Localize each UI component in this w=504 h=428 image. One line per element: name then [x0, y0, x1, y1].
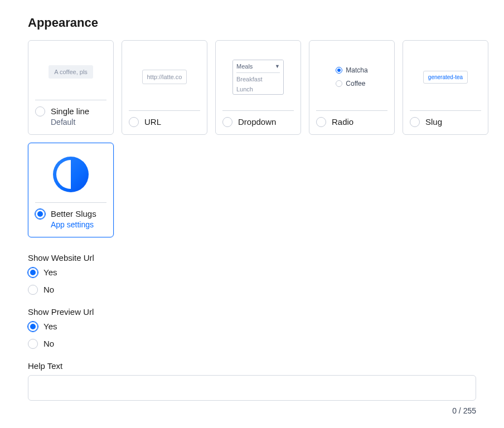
- card-divider: [316, 110, 387, 111]
- option-yes[interactable]: Yes: [28, 267, 476, 278]
- radio-unselected-icon[interactable]: [222, 117, 232, 127]
- radio-unselected-icon[interactable]: [316, 117, 326, 127]
- preview-input-chip: A coffee, pls: [49, 65, 93, 79]
- option-label: No: [43, 339, 54, 348]
- setting-group-preview-url: Show Preview Url Yes No: [28, 307, 476, 349]
- preview-dropdown-option: Lunch: [233, 84, 283, 94]
- card-preview: [35, 149, 106, 201]
- card-label: URL: [144, 116, 161, 128]
- card-preview: Matcha Coffee: [316, 46, 387, 109]
- app-logo-icon: [53, 157, 89, 192]
- preview-radio-option: Coffee: [346, 80, 365, 87]
- appearance-card-single-line[interactable]: A coffee, pls Single line Default: [28, 40, 114, 135]
- appearance-card-radio[interactable]: Matcha Coffee Radio: [309, 40, 395, 135]
- card-preview: A coffee, pls: [35, 46, 106, 99]
- preview-slug-box: generated-tea: [423, 71, 468, 84]
- card-sublabel: Default: [51, 117, 89, 128]
- option-label: Yes: [43, 322, 57, 331]
- option-no[interactable]: No: [28, 284, 476, 295]
- radio-unselected-icon: [28, 339, 38, 349]
- appearance-card-grid: A coffee, pls Single line Default http:/…: [28, 40, 476, 135]
- card-divider: [222, 110, 294, 111]
- card-label: Single line: [51, 106, 89, 117]
- app-settings-link[interactable]: App settings: [51, 220, 96, 230]
- appearance-card-slug[interactable]: generated-tea Slug: [403, 40, 488, 135]
- preview-dropdown: Meals ▼ Breakfast Lunch: [232, 60, 284, 95]
- appearance-card-dropdown[interactable]: Meals ▼ Breakfast Lunch Dropdown: [215, 40, 301, 135]
- char-count: 0: [452, 406, 457, 415]
- card-preview: generated-tea: [410, 46, 481, 109]
- radio-unselected-icon[interactable]: [35, 106, 45, 116]
- setting-group-help-text: Help Text 0 / 255: [28, 361, 476, 415]
- setting-label: Show Preview Url: [28, 307, 476, 317]
- card-preview: Meals ▼ Breakfast Lunch: [222, 46, 294, 109]
- preview-url-box: http://latte.co: [142, 70, 187, 84]
- char-counter: 0 / 255: [28, 406, 476, 415]
- setting-label: Show Website Url: [28, 253, 476, 262]
- help-text-input[interactable]: [28, 375, 476, 401]
- radio-selected-icon: [28, 268, 38, 278]
- card-divider: [35, 100, 106, 100]
- card-label: Better Slugs: [51, 208, 96, 220]
- caret-down-icon: ▼: [275, 64, 280, 69]
- preview-radio-option: Matcha: [346, 66, 367, 74]
- radio-selected-icon[interactable]: [35, 209, 45, 219]
- card-label: Radio: [332, 116, 353, 128]
- option-label: No: [43, 285, 54, 294]
- option-no[interactable]: No: [28, 338, 476, 349]
- radio-unselected-icon[interactable]: [410, 117, 420, 127]
- radio-unselected-icon: [28, 285, 38, 295]
- card-divider: [410, 110, 481, 111]
- card-label: Slug: [425, 116, 442, 128]
- radio-selected-icon: [336, 67, 342, 74]
- option-label: Yes: [43, 268, 57, 277]
- section-title: Appearance: [28, 16, 476, 30]
- appearance-card-url[interactable]: http://latte.co URL: [122, 40, 207, 135]
- card-label: Dropdown: [238, 116, 276, 128]
- setting-label: Help Text: [28, 361, 476, 371]
- card-divider: [129, 110, 200, 111]
- appearance-card-better-slugs[interactable]: Better Slugs App settings: [28, 143, 114, 237]
- option-yes[interactable]: Yes: [28, 321, 476, 332]
- preview-dropdown-option: Breakfast: [233, 74, 283, 84]
- setting-group-website-url: Show Website Url Yes No: [28, 253, 476, 295]
- card-preview: http://latte.co: [129, 46, 200, 109]
- card-divider: [35, 202, 106, 203]
- radio-unselected-icon[interactable]: [129, 117, 139, 127]
- preview-dropdown-label: Meals: [236, 63, 253, 70]
- radio-unselected-icon: [336, 80, 342, 87]
- char-max: 255: [463, 406, 476, 415]
- radio-selected-icon: [28, 322, 38, 332]
